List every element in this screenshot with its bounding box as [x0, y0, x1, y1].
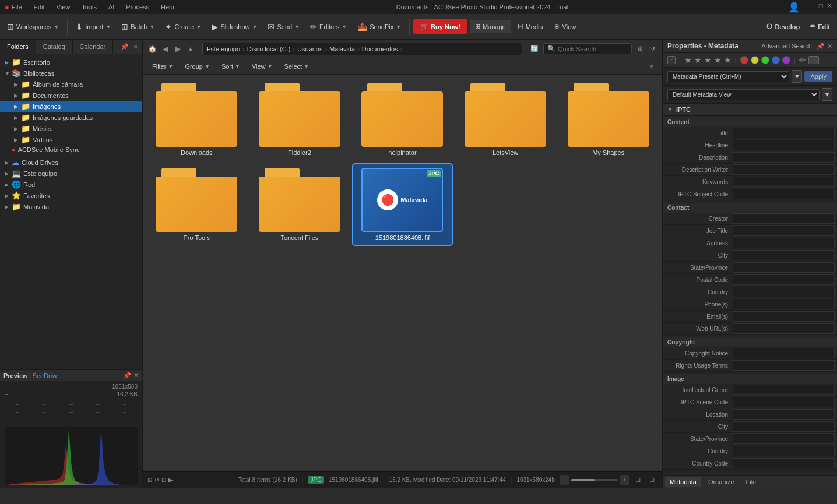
zoom-out-button[interactable]: −: [560, 475, 569, 485]
search-options-button[interactable]: ⚙: [634, 43, 646, 55]
metadata-view-select[interactable]: Default Metadata View: [667, 89, 820, 100]
nav-home-button[interactable]: 🏠: [146, 43, 158, 55]
color-dot-blue[interactable]: [772, 56, 780, 64]
breadcrumb-path[interactable]: Este equipo › Disco local (C:) › Usuario…: [202, 43, 522, 55]
meta-edit-icon[interactable]: ✏: [799, 55, 806, 65]
send-button[interactable]: ✉ Send ▼: [263, 20, 304, 34]
user-icon[interactable]: 👤: [788, 2, 800, 13]
batch-button[interactable]: ⊞ Batch ▼: [117, 20, 159, 34]
nav-forward-button[interactable]: ▶: [172, 43, 184, 55]
prev-icon[interactable]: ⊞: [147, 477, 152, 483]
tab-calendar[interactable]: Calendar: [73, 40, 114, 54]
sidebar-item-red[interactable]: ▶ 🌐 Red: [0, 179, 142, 190]
sidebar-item-escritorio[interactable]: ▶ 📁 Escritorio: [0, 57, 142, 68]
filter-button[interactable]: Filter ▼: [147, 62, 178, 71]
menu-help[interactable]: Help: [159, 2, 177, 12]
buy-now-button[interactable]: 🛒 Buy Now!: [413, 19, 467, 34]
zoom-slider[interactable]: [571, 479, 618, 481]
preview-pin-icon[interactable]: 📌: [123, 372, 131, 379]
iptc-section-header[interactable]: ▼ IPTC: [663, 104, 837, 116]
sidebar-item-imagenes[interactable]: ▶ 📁 Imágenes: [0, 101, 142, 112]
close-button[interactable]: ✕: [827, 2, 832, 13]
apply-button[interactable]: Apply: [804, 71, 832, 82]
nav-back-button[interactable]: ◀: [159, 43, 171, 55]
color-dot-green[interactable]: [761, 56, 769, 64]
sort-button[interactable]: Sort ▼: [217, 62, 245, 71]
weburl-input[interactable]: [733, 323, 835, 334]
meta-star-1[interactable]: ★: [684, 55, 692, 65]
file-item-image[interactable]: 🔴 Malavida JPG 1519801886408.jfif: [353, 164, 452, 245]
bc-malavida[interactable]: Malavida: [329, 45, 355, 52]
view-mode-fit-button[interactable]: ⊡: [632, 474, 643, 486]
menu-tools[interactable]: Tools: [79, 2, 99, 12]
btab-metadata[interactable]: Metadata: [665, 477, 701, 487]
view-mode-grid-button[interactable]: ⊞: [646, 474, 657, 486]
view-dropdown-button[interactable]: ▼: [822, 88, 832, 101]
file-item-myshapes[interactable]: My Shapes: [559, 79, 657, 160]
description-input[interactable]: [733, 152, 835, 163]
color-dot-red[interactable]: [740, 56, 748, 64]
filter-expand-icon[interactable]: ▼: [646, 61, 657, 72]
editors-button[interactable]: ✏ Editors ▼: [305, 20, 351, 34]
copy-icon[interactable]: ⊡: [161, 477, 166, 483]
file-item-helpinator[interactable]: helpinator: [353, 79, 452, 160]
menu-process[interactable]: Process: [124, 2, 152, 12]
sidebar-close-icon[interactable]: ✕: [131, 42, 140, 51]
sidebar-item-musica[interactable]: ▶ 📁 Música: [0, 123, 142, 134]
create-button[interactable]: ✦ Create ▼: [160, 20, 206, 34]
manage-button[interactable]: ⊞ Manage: [470, 20, 511, 33]
jobtitle-input[interactable]: [733, 225, 835, 236]
view-options-button[interactable]: View ▼: [247, 62, 277, 71]
workspaces-button[interactable]: ⊞ Workspaces ▼: [2, 20, 64, 34]
copyright-notice-input[interactable]: [733, 348, 835, 358]
color-dot-purple[interactable]: [782, 56, 790, 64]
bc-equipo[interactable]: Este equipo: [206, 45, 240, 52]
file-item-fiddler2[interactable]: Fiddler2: [251, 79, 349, 160]
nav-up-button[interactable]: ▲: [185, 43, 196, 55]
iptc-scene-input[interactable]: [733, 397, 835, 407]
metadata-preset-select[interactable]: Metadata Presets (Ctrl+M): [667, 71, 789, 82]
menu-edit[interactable]: Edit: [31, 2, 47, 12]
sidebar-item-videos[interactable]: ▶ 📁 Vídeos: [0, 134, 142, 145]
country-code-input[interactable]: [733, 458, 835, 468]
minimize-button[interactable]: ─: [810, 2, 815, 13]
sidebar-pin-icon[interactable]: 📌: [120, 42, 129, 51]
file-item-letsview[interactable]: LetsView: [456, 79, 555, 160]
group-button[interactable]: Group ▼: [180, 62, 214, 71]
search-input[interactable]: [558, 45, 628, 52]
meta-box-icon[interactable]: [808, 56, 819, 64]
headline-input[interactable]: [733, 140, 835, 150]
edit-button[interactable]: ✏ Edit: [806, 20, 835, 33]
tab-catalog[interactable]: Catalog: [36, 40, 73, 54]
city2-input[interactable]: [733, 421, 835, 432]
phone-input[interactable]: [733, 299, 835, 309]
intellectual-genre-input[interactable]: [733, 385, 835, 395]
keywords-input[interactable]: ···: [733, 177, 835, 187]
develop-button[interactable]: ⬡ Develop: [762, 20, 804, 33]
right-close-icon[interactable]: ✕: [827, 43, 832, 50]
menu-file[interactable]: File: [9, 2, 24, 12]
country-input[interactable]: [733, 287, 835, 297]
bc-disco[interactable]: Disco local (C:): [247, 45, 291, 52]
country2-input[interactable]: [733, 446, 835, 456]
sidebar-item-cloud[interactable]: ▶ ☁ Cloud Drives: [0, 157, 142, 168]
sendpix-button[interactable]: 📤 SendPix ▼: [353, 20, 406, 34]
select-button[interactable]: Select ▼: [280, 62, 314, 71]
zoom-in-button[interactable]: +: [620, 475, 629, 485]
sidebar-item-equipo[interactable]: ▶ 💻 Este equipo: [0, 168, 142, 179]
desc-writer-input[interactable]: [733, 164, 835, 175]
maximize-button[interactable]: □: [819, 2, 823, 13]
meta-checkbox[interactable]: ✓: [667, 56, 676, 64]
sidebar-item-bibliotecas[interactable]: ▼ 📚 Bibliotecas: [0, 68, 142, 79]
btab-organize[interactable]: Organize: [704, 477, 739, 487]
btab-file[interactable]: File: [741, 477, 761, 487]
sidebar-item-imagenes-guardadas[interactable]: ▶ 📁 Imágenes guardadas: [0, 112, 142, 123]
preview-close-icon[interactable]: ✕: [133, 372, 139, 379]
sidebar-item-favorites[interactable]: ▶ ⭐ Favorites: [0, 190, 142, 201]
sidebar-item-documentos[interactable]: ▶ 📁 Documentos: [0, 90, 142, 101]
import-button[interactable]: ⬇ Import ▼: [71, 20, 115, 34]
sidebar-item-album[interactable]: ▶ 📁 Álbum de cámara: [0, 79, 142, 90]
window-controls[interactable]: 👤 ─ □ ✕: [788, 2, 832, 13]
undo-icon[interactable]: ↺: [154, 477, 159, 483]
file-item-protools[interactable]: Pro Tools: [147, 164, 246, 245]
